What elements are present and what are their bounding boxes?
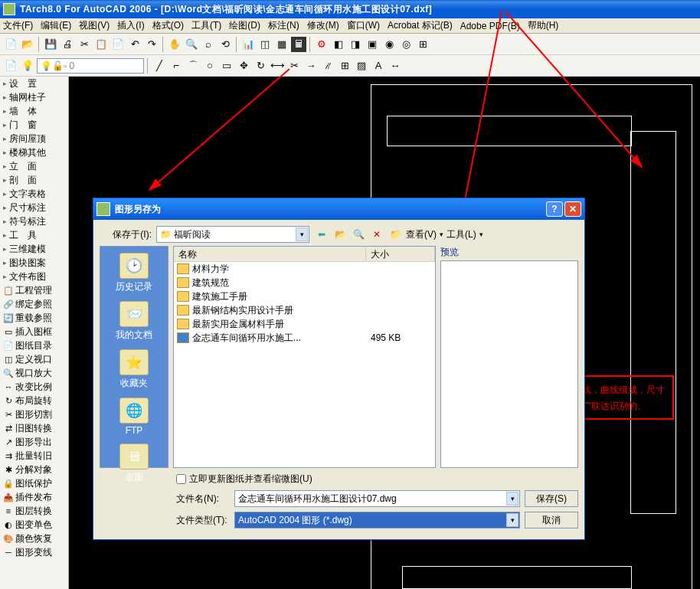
update-thumb-checkbox[interactable] (176, 474, 186, 484)
tool-g-icon[interactable]: ⊞ (415, 37, 430, 52)
sidebar-item[interactable]: 📤插件发布 (0, 490, 68, 504)
props-icon[interactable]: 📊 (240, 37, 256, 52)
sidebar-item[interactable]: 尺寸标注 (0, 201, 68, 214)
layer-icon[interactable]: 💡 (20, 58, 35, 74)
sidebar-item[interactable]: 🎨颜色恢复 (0, 532, 68, 545)
sidebar-item[interactable]: 墙 体 (0, 104, 68, 118)
menu-item[interactable]: 窗口(W) (347, 19, 380, 32)
place-item[interactable]: ⭐收藏夹 (119, 349, 149, 390)
menu-item[interactable]: 修改(M) (307, 19, 339, 32)
chevron-down-icon[interactable]: ▾ (506, 513, 518, 527)
tool-f-icon[interactable]: ◎ (398, 37, 414, 52)
extend-icon[interactable]: → (303, 58, 319, 74)
delete-icon[interactable]: ✕ (369, 227, 384, 242)
sidebar-item[interactable]: ↗图形导出 (0, 435, 68, 449)
rotate-icon[interactable]: ↻ (253, 58, 268, 74)
tool-b-icon[interactable]: ◧ (331, 37, 346, 52)
new-icon[interactable]: 📄 (3, 37, 18, 52)
block-icon[interactable]: ◫ (257, 37, 273, 52)
newfolder-icon[interactable]: 📁 (388, 227, 403, 242)
tool-e-icon[interactable]: ◉ (381, 37, 397, 52)
tool-d-icon[interactable]: ▣ (365, 37, 380, 52)
save-in-combo[interactable]: 📁 福昕阅读 ▾ (156, 226, 309, 243)
sidebar-item[interactable]: ↻布局旋转 (0, 394, 68, 407)
sidebar-item[interactable]: 楼梯其他 (0, 146, 68, 159)
sidebar-item[interactable]: 工 具 (0, 228, 68, 242)
filetype-field[interactable]: AutoCAD 2004 图形 (*.dwg) ▾ (234, 512, 520, 528)
line-icon[interactable]: ╱ (152, 58, 167, 74)
open-icon[interactable]: 📂 (20, 37, 35, 52)
hatch-icon[interactable]: ▨ (354, 58, 369, 74)
sidebar-item[interactable]: ✂图形切割 (0, 407, 68, 421)
pline-icon[interactable]: ⌐ (168, 58, 184, 74)
redo-icon[interactable]: ↷ (144, 37, 159, 52)
save-icon[interactable]: 💾 (43, 37, 58, 52)
menu-item[interactable]: 编辑(E) (41, 19, 71, 32)
search-icon[interactable]: 🔍 (351, 227, 366, 242)
sidebar-item[interactable]: 设 置 (0, 77, 68, 90)
filename-field[interactable]: 金志通车间循环用水施工图设计07.dwg ▾ (234, 490, 520, 507)
sidebar-item[interactable]: 🔒图纸保护 (0, 476, 68, 490)
sidebar-item[interactable]: ◐图变单色 (0, 518, 68, 532)
sidebar-item[interactable]: ◫定义视口 (0, 352, 68, 366)
col-name[interactable]: 名称 (174, 247, 366, 261)
copy-icon[interactable]: 📋 (93, 37, 109, 52)
pan-icon[interactable]: ✋ (167, 37, 182, 52)
arc-icon[interactable]: ⌒ (185, 58, 201, 74)
sidebar-item[interactable]: ⇉批量转旧 (0, 449, 68, 463)
paste-icon[interactable]: 📄 (110, 37, 126, 52)
file-list[interactable]: 名称 大小 材料力学建筑规范建筑施工手册最新钢结构实用设计手册最新实用金属材料手… (173, 246, 436, 468)
zoom-prev-icon[interactable]: ⟲ (218, 37, 233, 52)
menu-item[interactable]: 工具(T) (191, 19, 221, 32)
sidebar-item[interactable]: 剖 面 (0, 173, 68, 187)
new2-icon[interactable]: 📄 (3, 58, 18, 74)
place-item[interactable]: 🕑历史记录 (116, 253, 152, 293)
column-headers[interactable]: 名称 大小 (174, 247, 435, 262)
place-item[interactable]: 🌐FTP (119, 398, 149, 436)
chevron-down-icon[interactable]: ▾ (296, 227, 308, 241)
trim-icon[interactable]: ✂ (286, 58, 302, 74)
sidebar-item[interactable]: 文字表格 (0, 187, 68, 201)
sidebar-item[interactable]: 符号标注 (0, 214, 68, 228)
sidebar-item[interactable]: 门 窗 (0, 118, 68, 132)
calc-icon[interactable]: 🖩 (291, 37, 306, 52)
sidebar-item[interactable]: ≡图层转换 (0, 504, 68, 518)
sidebar-item[interactable]: ▭插入图框 (0, 325, 68, 339)
tools-menu[interactable]: 工具(L) (446, 228, 476, 241)
array-icon[interactable]: ⊞ (337, 58, 352, 74)
sidebar-item[interactable]: 🔍视口放大 (0, 366, 68, 380)
sidebar-item[interactable]: ✱分解对象 (0, 463, 68, 476)
zoom-icon[interactable]: 🔍 (184, 37, 199, 52)
sidebar-item[interactable]: ⇄旧图转换 (0, 421, 68, 435)
sidebar-item[interactable]: 📄图纸目录 (0, 339, 68, 352)
file-row[interactable]: 建筑施工手册 (174, 290, 435, 303)
close-button[interactable]: ✕ (564, 201, 581, 217)
menu-item[interactable]: 绘图(D) (229, 19, 260, 32)
col-size[interactable]: 大小 (366, 247, 435, 261)
zoom-window-icon[interactable]: ⌕ (201, 37, 216, 52)
menu-item[interactable]: 格式(O) (152, 19, 184, 32)
sidebar-item[interactable]: 文件布图 (0, 270, 68, 283)
dialog-titlebar[interactable]: 图形另存为 ? ✕ (93, 198, 584, 220)
menu-item[interactable]: 插入(I) (117, 19, 144, 32)
help-button[interactable]: ? (546, 201, 563, 217)
circle-icon[interactable]: ○ (202, 58, 218, 74)
sidebar-item[interactable]: ↔改变比例 (0, 380, 68, 394)
cancel-button[interactable]: 取消 (525, 512, 578, 528)
chevron-down-icon[interactable]: ▾ (506, 492, 518, 506)
move-icon[interactable]: ✥ (236, 58, 251, 74)
file-row[interactable]: 最新实用金属材料手册 (174, 317, 435, 331)
mirror-icon[interactable]: ⟷ (270, 58, 285, 74)
offset-icon[interactable]: ⫽ (320, 58, 335, 74)
file-row[interactable]: 材料力学 (174, 262, 435, 276)
layer-combo[interactable]: 💡🔓▫ 0 (37, 58, 144, 74)
table-icon[interactable]: ▦ (274, 37, 289, 52)
sidebar-item[interactable]: 三维建模 (0, 242, 68, 256)
sidebar-item[interactable]: ─图形变线 (0, 545, 68, 559)
file-row[interactable]: 建筑规范 (174, 276, 435, 290)
tool-c-icon[interactable]: ◨ (348, 37, 363, 52)
sidebar-item[interactable]: 🔄重载参照 (0, 311, 68, 325)
tool-a-icon[interactable]: ⚙ (314, 37, 329, 52)
sidebar-item[interactable]: 立 面 (0, 159, 68, 173)
sidebar-item[interactable]: 轴网柱子 (0, 90, 68, 104)
